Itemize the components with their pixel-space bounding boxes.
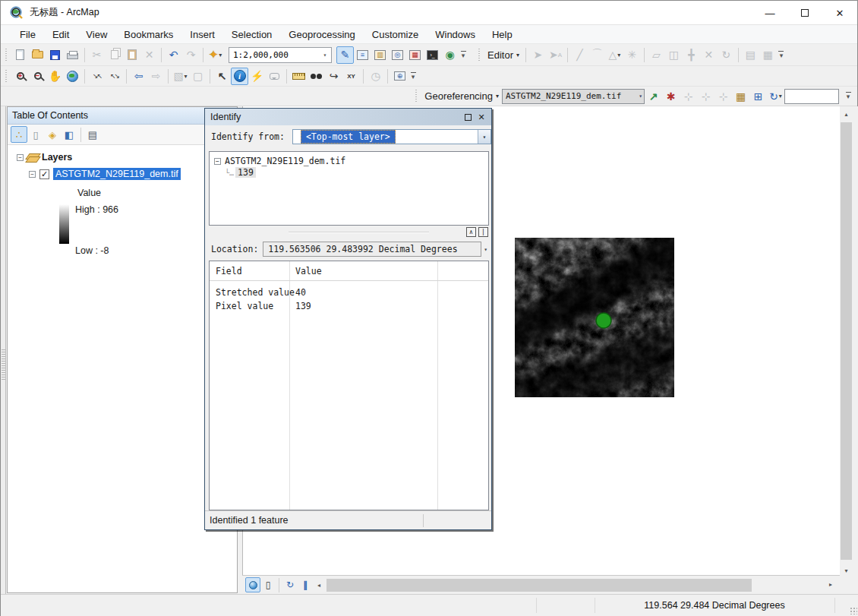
rotate-tool-button[interactable]: ↻ — [718, 46, 735, 64]
trace-tool-button[interactable]: △▾ — [606, 46, 623, 64]
collapse-minus-icon[interactable]: − — [29, 171, 36, 178]
editor-toolbar-drag-handle[interactable] — [478, 49, 481, 62]
hscroll-right-arrow[interactable]: ▸ — [825, 578, 837, 591]
tools-toolbar-drag-handle[interactable] — [5, 70, 8, 83]
identify-close-button[interactable]: ✕ — [475, 111, 488, 123]
copy-button[interactable] — [106, 46, 123, 64]
python-window-button[interactable]: ›_ — [424, 46, 441, 64]
pan-button[interactable]: ✋ — [46, 68, 64, 85]
identify-maximize-button[interactable] — [461, 111, 475, 123]
tools-toolbar-options-chevron[interactable]: ▾ — [408, 72, 418, 81]
resize-grip[interactable] — [850, 607, 857, 614]
close-button[interactable]: ✕ — [822, 1, 857, 25]
sketch-properties-button[interactable]: ▦ — [759, 46, 777, 64]
list-by-visibility-button[interactable]: ◈ — [44, 126, 61, 143]
toolbar-options-chevron[interactable]: ▾ — [459, 51, 468, 59]
html-popup-button[interactable]: ⚡ — [248, 68, 266, 85]
splitter-grip[interactable] — [2, 349, 5, 381]
identify-tree-root-row[interactable]: − ASTGTM2_N29E119_dem.tif — [214, 156, 488, 166]
toc-options-button[interactable]: ▤ — [84, 126, 101, 143]
full-extent-button[interactable] — [64, 68, 81, 85]
delete-link-button[interactable]: ⊹ — [714, 87, 732, 105]
map-scale-input[interactable] — [229, 48, 319, 62]
select-link-button[interactable]: ⊹ — [680, 87, 697, 105]
paste-button[interactable] — [123, 46, 140, 64]
point-tool-button[interactable]: ✳ — [623, 46, 641, 64]
georef-toolbar-drag-handle[interactable] — [415, 90, 418, 103]
rotate-button[interactable]: ↻▾ — [767, 87, 784, 105]
open-link-file-button[interactable]: ⊞ — [749, 87, 767, 105]
fixed-zoom-in-button[interactable]: ↘↖ — [88, 68, 106, 85]
orientation-button[interactable]: | — [478, 227, 488, 237]
print-button[interactable] — [64, 46, 81, 64]
location-units-dropdown-icon[interactable]: ▾ — [484, 246, 487, 253]
layers-group-row[interactable]: − Layers — [8, 150, 237, 165]
toc-edge-splitter[interactable] — [1, 106, 6, 594]
popup-button[interactable] — [266, 68, 283, 85]
arc-segment-button[interactable]: ⌒ — [588, 46, 606, 64]
catalog-window-button[interactable]: ▥ — [371, 46, 389, 64]
split-tool-button[interactable]: ◫ — [665, 46, 683, 64]
georef-layer-dropdown-icon[interactable]: ▾ — [639, 93, 642, 100]
scale-dropdown-icon[interactable]: ▾ — [319, 48, 331, 62]
identify-from-dropdown-icon[interactable]: ▾ — [478, 130, 491, 144]
view-link-table-button[interactable]: ▦ — [732, 87, 749, 105]
layer-visibility-checkbox[interactable]: ✓ — [39, 169, 49, 179]
identify-tool-button[interactable]: i — [231, 68, 248, 85]
clear-selection-button[interactable]: ▢ — [189, 68, 207, 85]
find-route-button[interactable]: ↪ — [325, 68, 342, 85]
measure-button[interactable] — [290, 68, 308, 85]
open-button[interactable] — [29, 46, 46, 64]
arctoolbox-window-button[interactable]: ▦ — [406, 46, 424, 64]
collapse-minus-icon[interactable]: − — [214, 158, 221, 165]
identify-title-bar[interactable]: Identify ✕ — [205, 109, 491, 125]
undo-button[interactable]: ↶ — [165, 46, 182, 64]
georef-layer-combobox[interactable]: ASTGTM2_N29E119_dem.tif ▾ — [502, 89, 645, 104]
list-by-source-button[interactable]: ▯ — [27, 126, 44, 143]
cut-button[interactable]: ✂ — [88, 46, 106, 64]
vscroll-up-arrow[interactable]: ▴ — [840, 108, 853, 121]
pause-drawing-button[interactable]: ∥ — [298, 577, 313, 592]
menu-geoprocessing[interactable]: Geoprocessing — [280, 27, 363, 43]
edit-tool-button[interactable]: ➤ — [529, 46, 547, 64]
identify-from-combobox[interactable]: <Top-most layer> ▾ — [292, 129, 491, 144]
save-button[interactable] — [46, 46, 64, 64]
zoom-in-button[interactable]: + — [11, 68, 29, 85]
editor-toolbar-toggle-button[interactable]: ✎ — [336, 46, 354, 64]
menu-windows[interactable]: Windows — [427, 27, 484, 43]
select-elements-button[interactable]: ↖ — [213, 68, 231, 85]
zoom-out-button[interactable]: − — [29, 68, 46, 85]
redo-button[interactable]: ↷ — [182, 46, 200, 64]
vscroll-down-arrow[interactable]: ▾ — [840, 564, 853, 577]
menu-view[interactable]: View — [77, 27, 115, 43]
horizontal-scrollbar[interactable] — [326, 579, 752, 592]
go-forward-extent-button[interactable]: ⇨ — [147, 68, 165, 85]
fixed-zoom-out-button[interactable]: ↖↘ — [106, 68, 123, 85]
add-data-button[interactable]: ✦▾ — [207, 46, 224, 64]
identify-tree-child-row[interactable]: └… 139 — [225, 167, 488, 178]
maximize-button[interactable] — [787, 1, 822, 25]
georef-toolbar-options-chevron[interactable]: ▾ — [844, 92, 853, 100]
list-by-selection-button[interactable]: ◧ — [61, 126, 77, 143]
vertical-scrollbar[interactable]: ▴ ▾ — [840, 106, 853, 579]
select-features-button[interactable]: ▧▾ — [172, 68, 189, 85]
identify-splitter[interactable]: ∧ | — [205, 227, 491, 238]
viewer-window-button[interactable]: ⊕ — [391, 68, 408, 85]
move-tool-button[interactable]: ╋ — [683, 46, 700, 64]
edit-annotation-tool-button[interactable]: ➤A — [547, 46, 564, 64]
menu-selection[interactable]: Selection — [223, 27, 280, 43]
vertical-scrollbar-thumb[interactable] — [841, 122, 852, 560]
georef-rotation-input[interactable] — [784, 89, 839, 104]
menu-file[interactable]: File — [11, 27, 44, 43]
new-document-button[interactable] — [11, 46, 29, 64]
toolbar-drag-handle[interactable] — [5, 49, 8, 62]
menu-insert[interactable]: Insert — [181, 27, 223, 43]
editor-toolbar-options-chevron[interactable]: ▾ — [777, 51, 786, 59]
menu-bookmarks[interactable]: Bookmarks — [115, 27, 181, 43]
menu-help[interactable]: Help — [484, 27, 521, 43]
horizontal-scrollbar-thumb[interactable] — [326, 579, 752, 592]
layout-view-button[interactable]: ▯ — [260, 577, 276, 592]
go-to-xy-button[interactable]: XY — [342, 68, 360, 85]
find-button[interactable] — [308, 68, 325, 85]
toc-header[interactable]: Table Of Contents — [8, 107, 237, 125]
